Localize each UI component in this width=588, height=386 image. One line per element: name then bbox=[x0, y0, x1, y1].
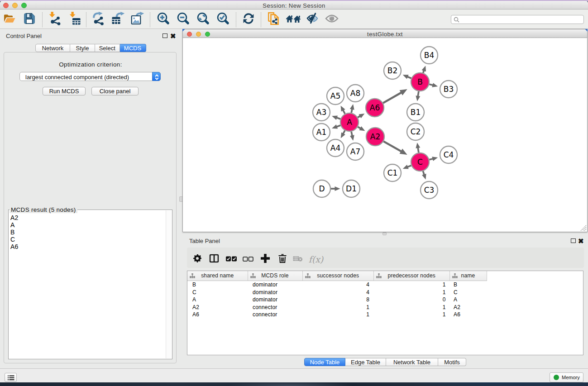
table-cell[interactable]: A bbox=[450, 296, 487, 303]
column-header-shared-name[interactable]: shared name bbox=[187, 271, 248, 281]
search-input[interactable] bbox=[461, 16, 581, 23]
graph-node-label: A7 bbox=[350, 147, 360, 156]
task-history-button[interactable] bbox=[5, 373, 17, 382]
column-header-predecessor-nodes[interactable]: predecessor nodes bbox=[374, 271, 450, 281]
toolbar-separator bbox=[261, 12, 261, 27]
table-cell[interactable]: B bbox=[450, 281, 487, 288]
table-cell[interactable]: 1 bbox=[374, 289, 450, 296]
table-cell[interactable]: 8 bbox=[303, 296, 374, 303]
clone-network-icon[interactable] bbox=[267, 12, 280, 27]
export-network-icon[interactable] bbox=[92, 12, 105, 27]
zoom-in-icon[interactable] bbox=[157, 12, 170, 27]
network-window-titlebar[interactable]: testGlobe.txt bbox=[183, 29, 587, 38]
column-header-MCDS-role[interactable]: MCDS role bbox=[248, 271, 303, 281]
column-header-name[interactable]: name bbox=[450, 271, 487, 281]
table-cell[interactable]: connector bbox=[248, 304, 303, 311]
show-view-icon[interactable] bbox=[325, 14, 339, 25]
table-cell[interactable]: A2 bbox=[187, 304, 248, 311]
table-cell[interactable]: dominator bbox=[248, 281, 303, 288]
table-cell[interactable]: dominator bbox=[248, 296, 303, 303]
graph-node-label: A8 bbox=[350, 89, 360, 98]
function-builder-icon[interactable]: f(x) bbox=[309, 254, 324, 264]
result-item[interactable]: C bbox=[10, 236, 19, 243]
save-session-icon[interactable] bbox=[24, 13, 35, 26]
select-stepper-icon[interactable] bbox=[152, 72, 161, 81]
table-cell[interactable]: C bbox=[187, 289, 248, 296]
table-cell[interactable]: C bbox=[450, 289, 487, 296]
hide-details-icon[interactable] bbox=[306, 13, 318, 26]
table-cell[interactable]: A2 bbox=[450, 304, 487, 311]
edge-arrowhead bbox=[350, 135, 354, 141]
clear-checks-icon[interactable] bbox=[243, 255, 253, 263]
import-table-icon[interactable] bbox=[68, 12, 81, 27]
table-cell[interactable]: 1 bbox=[303, 311, 374, 318]
tab-node-table[interactable]: Node Table bbox=[304, 358, 345, 366]
edge-A2-C[interactable] bbox=[383, 141, 402, 152]
result-item[interactable]: A bbox=[10, 221, 19, 229]
export-table-icon[interactable] bbox=[111, 12, 125, 27]
criterion-select[interactable]: largest connected component (directed) bbox=[19, 72, 161, 81]
graph-node-label: A2 bbox=[370, 132, 380, 141]
close-panel-button[interactable]: Close panel bbox=[91, 87, 139, 95]
add-column-icon[interactable] bbox=[261, 254, 270, 265]
horizontal-splitter-handle[interactable] bbox=[382, 232, 387, 235]
edge-A6-B[interactable] bbox=[383, 92, 402, 103]
graph-node-label: A1 bbox=[316, 128, 326, 137]
table-cell[interactable]: 4 bbox=[303, 281, 374, 288]
home-layout-icon[interactable] bbox=[286, 14, 301, 25]
table-cell[interactable]: 0 bbox=[374, 296, 450, 303]
node-table[interactable]: shared nameMCDS rolesuccessor nodesprede… bbox=[187, 271, 583, 355]
control-panel-close-icon[interactable]: ✖ bbox=[170, 32, 176, 40]
tab-network-table[interactable]: Network Table bbox=[386, 358, 438, 366]
refresh-view-icon[interactable] bbox=[243, 13, 254, 26]
table-panel-float-icon[interactable] bbox=[571, 238, 576, 243]
select-all-checks-icon[interactable] bbox=[225, 255, 237, 263]
table-panel-close-icon[interactable]: ✖ bbox=[578, 237, 584, 245]
table-cell[interactable]: 1 bbox=[374, 281, 450, 288]
settings-gear-icon[interactable] bbox=[193, 254, 201, 264]
table-cell[interactable]: B bbox=[187, 281, 248, 288]
memory-button[interactable]: Memory bbox=[550, 372, 583, 382]
table-cell[interactable]: A bbox=[187, 296, 248, 303]
graph-node-label: C3 bbox=[424, 186, 435, 195]
table-cell[interactable]: connector bbox=[248, 311, 303, 318]
toolbar-separator bbox=[236, 12, 236, 27]
window-resize-grip[interactable] bbox=[580, 225, 587, 231]
tab-style[interactable]: Style bbox=[70, 44, 95, 52]
tab-select[interactable]: Select bbox=[95, 44, 120, 52]
table-cell[interactable]: 1 bbox=[374, 304, 450, 311]
zoom-selected-icon[interactable] bbox=[217, 12, 229, 27]
tab-motifs[interactable]: Motifs bbox=[438, 358, 466, 366]
tab-edge-table[interactable]: Edge Table bbox=[345, 358, 386, 366]
tab-mcds[interactable]: MCDS bbox=[120, 44, 146, 52]
search-box[interactable] bbox=[451, 15, 584, 24]
run-mcds-button[interactable]: Run MCDS bbox=[43, 87, 86, 95]
column-header-successor-nodes[interactable]: successor nodes bbox=[303, 271, 374, 281]
result-item[interactable]: A6 bbox=[10, 243, 19, 250]
table-cell[interactable]: 1 bbox=[303, 304, 374, 311]
export-image-icon[interactable] bbox=[131, 12, 144, 27]
table-cell[interactable]: A6 bbox=[187, 311, 248, 318]
split-columns-icon[interactable] bbox=[210, 254, 219, 265]
open-session-icon[interactable] bbox=[3, 13, 16, 26]
zoom-out-icon[interactable] bbox=[177, 12, 190, 27]
result-item[interactable]: A2 bbox=[10, 214, 19, 221]
edge-arrowhead bbox=[332, 115, 338, 119]
mcds-result-list[interactable]: A2ABCA6 bbox=[8, 210, 172, 359]
table-cell[interactable]: A6 bbox=[450, 311, 487, 318]
import-network-icon[interactable] bbox=[48, 12, 61, 27]
result-scrollbar-track[interactable] bbox=[166, 210, 172, 358]
delete-column-icon[interactable] bbox=[278, 254, 287, 265]
table-cell[interactable]: dominator bbox=[248, 289, 303, 296]
graph-node-label: B3 bbox=[444, 85, 454, 94]
result-item[interactable]: B bbox=[10, 229, 19, 236]
table-cell[interactable]: 4 bbox=[303, 289, 374, 296]
tab-network[interactable]: Network bbox=[35, 44, 70, 52]
network-graph-canvas[interactable]: AA1A3A5A8A6A2A4A7BB1B2B3B4CC1C2C3C4DD1 bbox=[183, 38, 587, 231]
table-cell[interactable]: 1 bbox=[374, 311, 450, 318]
control-panel-float-icon[interactable] bbox=[163, 33, 167, 38]
toolbar-separator bbox=[86, 12, 86, 27]
delete-table-icon[interactable] bbox=[293, 255, 303, 263]
zoom-fit-icon[interactable] bbox=[197, 12, 210, 27]
graph-node-label: D1 bbox=[346, 184, 357, 193]
